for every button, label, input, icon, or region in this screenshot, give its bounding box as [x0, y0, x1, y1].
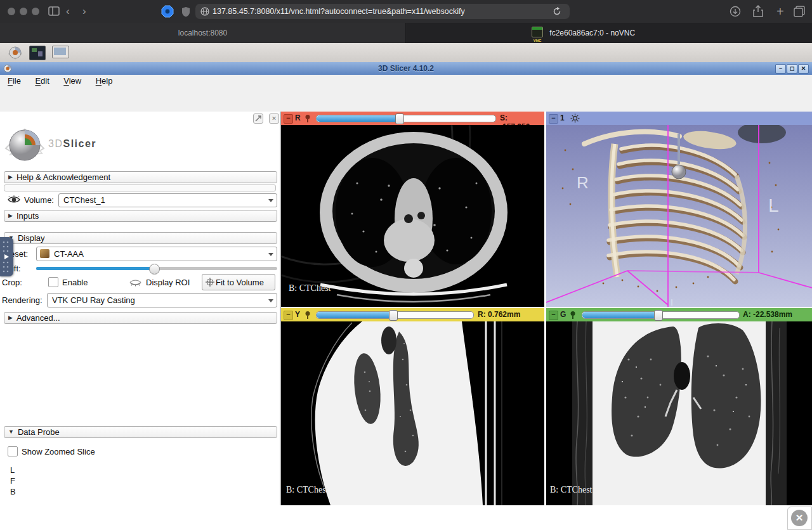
green-slice-slider[interactable]: [582, 311, 740, 319]
threed-view[interactable]: R L I: [546, 125, 812, 307]
shift-slider[interactable]: [36, 267, 277, 270]
probe-row-b: B: [10, 487, 16, 496]
window-close-button[interactable]: [8, 8, 15, 15]
orientation-label-r: R: [577, 173, 589, 193]
main-toolbar: DATA DCM SAVE Modules: Volume Rendering: [0, 87, 812, 112]
reload-icon[interactable]: [553, 7, 561, 16]
section-label: Advanced...: [16, 313, 60, 323]
section-display[interactable]: ▼Display: [4, 232, 277, 244]
red-slice-slider-handle[interactable]: [395, 113, 404, 124]
red-collapse-button[interactable]: −: [284, 114, 293, 124]
volume-visibility-eye-icon[interactable]: [8, 195, 20, 204]
shift-slider-handle[interactable]: [149, 264, 160, 275]
preset-thumbnail: [40, 249, 49, 258]
yellow-corner-label: B: CTChest: [286, 485, 329, 495]
window-titlebar[interactable]: 3D Slicer 4.10.2 – ◻ ✕: [0, 62, 812, 75]
threed-collapse-button[interactable]: −: [549, 114, 558, 124]
browser-toolbar: ‹ › 137.85.45.7:8080/x11/vnc.html?autoco…: [0, 0, 812, 23]
section-label: Display: [18, 233, 45, 243]
share-icon[interactable]: [752, 5, 764, 18]
green-collapse-button[interactable]: −: [549, 311, 558, 320]
red-slice-view[interactable]: B: CTChest: [281, 125, 544, 307]
crop-enable-checkbox[interactable]: [48, 277, 58, 287]
red-view-letter: R: [295, 113, 301, 122]
menu-file[interactable]: File: [2, 75, 27, 87]
view-splitter-vertical[interactable]: [544, 112, 546, 505]
menu-view[interactable]: View: [58, 75, 87, 87]
fit-to-volume-button[interactable]: Fit to Volume: [202, 274, 275, 290]
probe-row-f: F: [10, 476, 15, 486]
panel-grip-handle[interactable]: [0, 237, 13, 276]
globe-icon: [200, 7, 209, 16]
green-slice-slider-handle[interactable]: [654, 310, 663, 321]
yellow-slice-view[interactable]: B: CTChest: [281, 321, 544, 505]
fit-to-volume-label: Fit to Volume: [216, 278, 264, 287]
shield-icon: [181, 6, 190, 17]
crop-enable-label: Enable: [62, 278, 88, 287]
green-view-letter: G: [560, 310, 566, 319]
novnc-disconnect-button[interactable]: ✕: [791, 510, 808, 526]
yellow-offset-readout: R: 0.762mm: [478, 310, 520, 319]
terminal-app-icon[interactable]: [29, 46, 46, 60]
panel-close-button[interactable]: ✕: [269, 113, 279, 124]
orientation-label-l: L: [768, 195, 779, 216]
new-tab-icon[interactable]: +: [776, 0, 784, 23]
section-data-probe[interactable]: ▼Data Probe: [4, 426, 277, 438]
rendering-combobox-value: VTK CPU Ray Casting: [52, 295, 135, 305]
red-slice-controller: − R S: -157.250mm: [281, 112, 544, 125]
privacy-shield-icon[interactable]: [161, 5, 174, 18]
section-help-acknowledgement[interactable]: ▶Help & Acknowledgement: [4, 171, 277, 183]
rendering-combobox[interactable]: VTK CPU Ray Casting: [47, 293, 277, 307]
novnc-control-box: ✕: [787, 507, 812, 530]
green-pin-icon[interactable]: [569, 311, 577, 319]
slicer-logo-text: 3DSlicer: [48, 138, 96, 150]
section-advanced[interactable]: ▶Advanced...: [4, 312, 277, 324]
red-corner-label: B: CTChest: [289, 283, 331, 294]
menu-edit[interactable]: Edit: [29, 75, 55, 87]
yellow-slice-slider-handle[interactable]: [389, 310, 398, 321]
forward-button[interactable]: ›: [82, 0, 86, 23]
tab-label: localhost:8080: [178, 29, 227, 37]
display-roi-eye-icon[interactable]: [129, 278, 141, 287]
yellow-slice-controller: − Y R: 0.762mm: [281, 308, 544, 321]
url-text: 137.85.45.7:8080/x11/vnc.html?autoconnec…: [213, 4, 549, 19]
back-button[interactable]: ‹: [66, 0, 70, 23]
window-minimize-button[interactable]: [20, 8, 27, 15]
close-button[interactable]: ✕: [798, 64, 809, 74]
panel-undock-button[interactable]: [253, 113, 263, 124]
green-offset-readout: A: -22.538mm: [743, 310, 792, 319]
green-slice-view[interactable]: B: CTChest: [546, 321, 812, 505]
collapsed-frame: [4, 184, 276, 191]
volume-combobox[interactable]: CTChest_1: [58, 193, 277, 207]
address-bar[interactable]: 137.85.45.7:8080/x11/vnc.html?autoconnec…: [195, 4, 570, 19]
yellow-pin-icon[interactable]: [304, 311, 312, 319]
window-icon: [3, 64, 12, 73]
window-zoom-button[interactable]: [32, 8, 39, 15]
show-zoomed-slice-checkbox[interactable]: [8, 446, 18, 456]
maximize-button[interactable]: ◻: [787, 64, 797, 74]
rendering-label: Rendering:: [2, 295, 43, 305]
section-label: Data Probe: [18, 427, 60, 437]
spin-view-icon[interactable]: [570, 113, 580, 123]
yellow-slice-slider[interactable]: [316, 311, 474, 319]
fit-to-volume-icon: [206, 278, 214, 287]
preset-combobox[interactable]: CT-AAA: [36, 247, 277, 261]
slicer-app-icon[interactable]: [8, 45, 23, 60]
menu-help[interactable]: Help: [90, 75, 119, 87]
tab-novnc[interactable]: VNC fc2e60a86ac7:0 - noVNC: [406, 23, 812, 43]
tab-localhost[interactable]: localhost:8080: [0, 23, 405, 43]
section-inputs[interactable]: ▶Inputs: [4, 210, 277, 222]
red-pin-icon[interactable]: [304, 114, 312, 122]
threed-view-letter: 1: [560, 113, 565, 122]
menu-bar: File Edit View Help: [0, 75, 812, 87]
red-slice-slider[interactable]: [316, 115, 496, 122]
sidebar-toggle-icon[interactable]: [48, 6, 60, 16]
downloads-icon[interactable]: [730, 6, 741, 17]
view-splitter-horizontal[interactable]: [281, 307, 812, 308]
tab-overview-icon[interactable]: [794, 6, 805, 17]
display-app-icon[interactable]: [52, 46, 69, 58]
show-zoomed-slice-label: Show Zoomed Slice: [22, 447, 95, 456]
minimize-button[interactable]: –: [775, 64, 786, 74]
yellow-collapse-button[interactable]: −: [284, 311, 293, 320]
yellow-view-letter: Y: [295, 310, 300, 319]
